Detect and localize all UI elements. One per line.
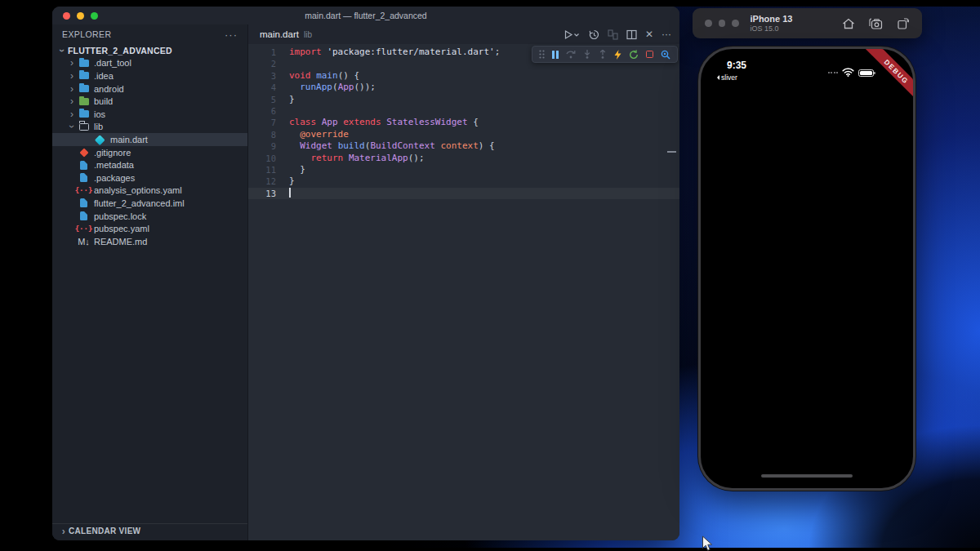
simulator-device-name: iPhone 13 bbox=[751, 14, 793, 24]
mouse-cursor bbox=[702, 535, 714, 551]
tree-item-label: README.md bbox=[94, 237, 147, 247]
code-line-10[interactable]: 10 return MaterialApp(); bbox=[248, 153, 679, 164]
tree-item-pubspec-lock[interactable]: pubspec.lock bbox=[52, 210, 247, 223]
code-line-7[interactable]: 7class App extends StatelessWidget { bbox=[248, 117, 679, 128]
widget-inspector-icon[interactable] bbox=[661, 50, 670, 60]
step-over-icon bbox=[566, 50, 576, 59]
letterbox-top bbox=[0, 0, 980, 7]
tab-main-dart[interactable]: main.dart lib bbox=[248, 24, 323, 44]
tree-item-label: .dart_tool bbox=[94, 58, 131, 68]
tree-item-label: .idea bbox=[94, 71, 114, 81]
stop-icon[interactable] bbox=[646, 51, 653, 58]
chevron-right-icon: › bbox=[67, 109, 77, 119]
chevron-right-icon: › bbox=[67, 96, 77, 106]
calendar-view-section[interactable]: › CALENDAR VIEW bbox=[52, 523, 247, 538]
tree-item--dart-tool[interactable]: ›.dart_tool bbox=[52, 57, 247, 70]
drag-handle-icon[interactable] bbox=[539, 50, 545, 59]
code-line-3[interactable]: 3void main() { bbox=[248, 70, 679, 82]
overview-ruler-marker bbox=[667, 151, 676, 153]
simulator-titlebar[interactable]: iPhone 13 iOS 15.0 bbox=[693, 8, 922, 38]
tree-item--packages[interactable]: .packages bbox=[52, 171, 247, 184]
tree-item-flutter-2-advanced-iml[interactable]: flutter_2_advanced.iml bbox=[52, 197, 247, 210]
tree-item-lib[interactable]: ›lib bbox=[52, 121, 247, 134]
statusbar-back-to-app[interactable]: sliver bbox=[717, 73, 737, 82]
window-title: main.dart — flutter_2_advanced bbox=[52, 11, 679, 20]
yaml-icon: {··} bbox=[78, 185, 89, 195]
screenshot-icon[interactable] bbox=[869, 18, 883, 29]
tree-item--gitignore[interactable]: .gitignore bbox=[52, 146, 247, 159]
iphone-simulator-screen[interactable]: 9:35 sliver DEBUG bbox=[698, 47, 915, 491]
tree-item-label: ios bbox=[94, 109, 105, 119]
step-out-icon bbox=[599, 50, 607, 59]
git-icon bbox=[78, 148, 89, 158]
tree-item-android[interactable]: ›android bbox=[52, 82, 247, 96]
simulator-os-version: iOS 15.0 bbox=[751, 24, 793, 33]
back-arrow-icon bbox=[717, 75, 719, 80]
line-number: 12 bbox=[248, 176, 276, 187]
code-line-6[interactable]: 6 bbox=[248, 105, 679, 117]
code-line-5[interactable]: 5} bbox=[248, 94, 679, 105]
project-root-row[interactable]: › FLUTTER_2_ADVANCED bbox=[52, 44, 247, 57]
editor-tabbar: main.dart lib bbox=[248, 24, 679, 44]
code-line-4[interactable]: 4 runApp(App()); bbox=[248, 82, 679, 93]
sidebar-empty-space bbox=[52, 248, 247, 524]
chevron-down-icon: › bbox=[67, 122, 77, 131]
tree-item-analysis-options-yaml[interactable]: {··}analysis_options.yaml bbox=[52, 184, 247, 198]
calendar-view-label: CALENDAR VIEW bbox=[69, 527, 140, 535]
tree-item-label: analysis_options.yaml bbox=[94, 185, 182, 195]
tree-item-ios[interactable]: ›ios bbox=[52, 108, 247, 121]
run-or-debug-icon[interactable] bbox=[564, 29, 581, 40]
split-editor-icon[interactable] bbox=[626, 29, 637, 40]
line-number: 13 bbox=[248, 188, 276, 199]
home-icon[interactable] bbox=[842, 18, 855, 29]
editor-actions: ✕ ··· bbox=[564, 29, 679, 40]
compare-changes-icon bbox=[608, 29, 618, 40]
editor-group: main.dart lib bbox=[248, 24, 679, 540]
statusbar-right-icons bbox=[828, 65, 875, 80]
tree-item-build[interactable]: ›build bbox=[52, 95, 247, 108]
dart-icon bbox=[95, 135, 105, 144]
file-tree: › FLUTTER_2_ADVANCED ›.dart_tool›.idea›a… bbox=[52, 44, 247, 248]
explorer-more-actions-icon[interactable]: ··· bbox=[225, 29, 238, 41]
statusbar-time: 9:35 bbox=[727, 60, 746, 71]
line-number: 8 bbox=[248, 129, 276, 140]
code-editor[interactable]: 1import 'package:flutter/material.dart';… bbox=[248, 44, 679, 540]
line-number: 4 bbox=[248, 82, 276, 93]
rotate-icon[interactable] bbox=[897, 18, 909, 29]
more-actions-icon[interactable]: ··· bbox=[662, 29, 671, 39]
home-indicator[interactable] bbox=[761, 474, 853, 478]
tree-item-label: .gitignore bbox=[94, 148, 131, 158]
tree-item-label: pubspec.lock bbox=[94, 211, 146, 221]
hot-reload-icon[interactable] bbox=[614, 50, 621, 60]
line-number: 1 bbox=[248, 47, 276, 58]
text-cursor bbox=[289, 188, 291, 198]
yaml-icon: {··} bbox=[78, 224, 89, 233]
code-line-13[interactable]: 13 bbox=[248, 188, 679, 199]
close-editor-icon[interactable]: ✕ bbox=[645, 29, 653, 39]
code-line-9[interactable]: 9 Widget build(BuildContext context) { bbox=[248, 140, 679, 152]
tree-item-pubspec-yaml[interactable]: {··}pubspec.yaml bbox=[52, 222, 247, 235]
tree-item-main-dart[interactable]: main.dart bbox=[52, 133, 247, 146]
window-titlebar[interactable]: main.dart — flutter_2_advanced bbox=[52, 7, 679, 24]
line-number: 6 bbox=[248, 105, 276, 117]
vscode-window: main.dart — flutter_2_advanced EXPLORER … bbox=[52, 7, 679, 540]
code-line-12[interactable]: 12} bbox=[248, 176, 679, 187]
folder-open-icon bbox=[78, 122, 89, 131]
cellular-signal-icon bbox=[828, 72, 839, 73]
tree-item--idea[interactable]: ›.idea bbox=[52, 69, 247, 82]
step-into-icon bbox=[583, 50, 591, 59]
code-line-11[interactable]: 11 } bbox=[248, 164, 679, 176]
pause-icon[interactable] bbox=[552, 51, 559, 59]
code-line-8[interactable]: 8 @override bbox=[248, 129, 679, 140]
explorer-sidebar: EXPLORER ··· › FLUTTER_2_ADVANCED ›.dart… bbox=[52, 24, 248, 540]
desktop: main.dart — flutter_2_advanced EXPLORER … bbox=[0, 0, 980, 551]
timeline-icon[interactable] bbox=[589, 29, 599, 40]
tree-item-readme-md[interactable]: M↓README.md bbox=[52, 235, 247, 248]
folder-build-icon bbox=[78, 96, 89, 106]
chevron-right-icon: › bbox=[59, 526, 69, 537]
folder-icon bbox=[78, 71, 89, 81]
simulator-window-controls[interactable] bbox=[693, 20, 751, 27]
restart-icon[interactable] bbox=[629, 50, 639, 60]
tree-item--metadata[interactable]: .metadata bbox=[52, 158, 247, 171]
file-icon bbox=[78, 173, 89, 183]
